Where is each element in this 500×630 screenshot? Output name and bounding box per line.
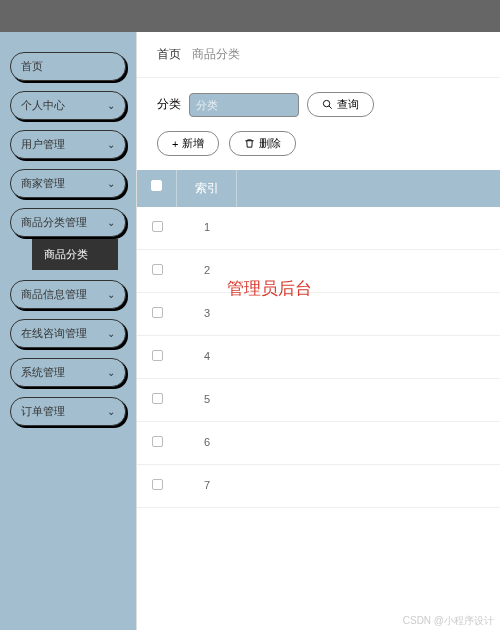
svg-line-1: [329, 106, 332, 109]
sidebar-item-label: 在线咨询管理: [21, 326, 87, 341]
sidebar-item-label: 订单管理: [21, 404, 65, 419]
header-index: 索引: [177, 170, 237, 207]
chevron-down-icon: ⌄: [107, 406, 115, 417]
plus-icon: +: [172, 138, 178, 150]
sidebar: 首页 个人中心 ⌄ 用户管理 ⌄ 商家管理 ⌄ 商品分类管理 ⌄ 商品分类 商品…: [0, 32, 136, 630]
row-index: 7: [177, 465, 237, 507]
table-row: 4: [137, 336, 500, 379]
sidebar-item-home[interactable]: 首页: [10, 52, 126, 81]
sidebar-item-label: 系统管理: [21, 365, 65, 380]
add-button[interactable]: + 新增: [157, 131, 219, 156]
row-index: 5: [177, 379, 237, 421]
search-button-label: 查询: [337, 97, 359, 112]
row-checkbox[interactable]: [152, 479, 163, 490]
filter-bar: 分类 查询: [137, 78, 500, 131]
sidebar-item-merchant[interactable]: 商家管理 ⌄: [10, 169, 126, 198]
row-index: 4: [177, 336, 237, 378]
breadcrumb: 首页 商品分类: [137, 32, 500, 78]
sidebar-item-label: 用户管理: [21, 137, 65, 152]
row-index: 1: [177, 207, 237, 249]
breadcrumb-home[interactable]: 首页: [157, 47, 181, 61]
row-index: 6: [177, 422, 237, 464]
breadcrumb-current: 商品分类: [192, 47, 240, 61]
top-bar: [0, 0, 500, 32]
sidebar-item-category-mgmt[interactable]: 商品分类管理 ⌄: [10, 208, 126, 237]
sidebar-item-orders[interactable]: 订单管理 ⌄: [10, 397, 126, 426]
chevron-down-icon: ⌄: [107, 178, 115, 189]
delete-button[interactable]: 删除: [229, 131, 296, 156]
chevron-down-icon: ⌄: [107, 328, 115, 339]
main-panel: 首页 商品分类 分类 查询 + 新增 删除 索引: [136, 32, 500, 630]
table-header: 索引: [137, 170, 500, 207]
row-checkbox[interactable]: [152, 350, 163, 361]
category-input[interactable]: [189, 93, 299, 117]
table-row: 1: [137, 207, 500, 250]
chevron-down-icon: ⌄: [107, 289, 115, 300]
sidebar-item-label: 商家管理: [21, 176, 65, 191]
row-checkbox[interactable]: [152, 264, 163, 275]
chevron-down-icon: ⌄: [107, 100, 115, 111]
chevron-down-icon: ⌄: [107, 367, 115, 378]
sidebar-item-consult[interactable]: 在线咨询管理 ⌄: [10, 319, 126, 348]
table-row: 5: [137, 379, 500, 422]
row-checkbox[interactable]: [152, 307, 163, 318]
header-checkbox-cell: [137, 170, 177, 207]
delete-button-label: 删除: [259, 136, 281, 151]
filter-label: 分类: [157, 96, 181, 113]
search-button[interactable]: 查询: [307, 92, 374, 117]
sidebar-item-system[interactable]: 系统管理 ⌄: [10, 358, 126, 387]
sidebar-item-personal[interactable]: 个人中心 ⌄: [10, 91, 126, 120]
row-checkbox[interactable]: [152, 221, 163, 232]
svg-point-0: [323, 100, 329, 106]
sidebar-item-label: 商品信息管理: [21, 287, 87, 302]
sidebar-item-label: 商品分类管理: [21, 215, 87, 230]
sidebar-item-label: 首页: [21, 59, 43, 74]
add-button-label: 新增: [182, 136, 204, 151]
trash-icon: [244, 138, 255, 149]
sidebar-item-product-info[interactable]: 商品信息管理 ⌄: [10, 280, 126, 309]
watermark: CSDN @小程序设计: [403, 614, 494, 628]
sidebar-item-users[interactable]: 用户管理 ⌄: [10, 130, 126, 159]
action-bar: + 新增 删除: [137, 131, 500, 170]
sidebar-item-label: 个人中心: [21, 98, 65, 113]
table-row: 2: [137, 250, 500, 293]
row-index: 3: [177, 293, 237, 335]
row-index: 2: [177, 250, 237, 292]
row-checkbox[interactable]: [152, 436, 163, 447]
row-checkbox[interactable]: [152, 393, 163, 404]
select-all-checkbox[interactable]: [151, 180, 162, 191]
table-row: 3: [137, 293, 500, 336]
sidebar-subitem-category[interactable]: 商品分类: [32, 239, 118, 270]
data-table: 索引 1 2 3 4 5 6 7: [137, 170, 500, 508]
table-row: 6: [137, 422, 500, 465]
table-row: 7: [137, 465, 500, 508]
chevron-down-icon: ⌄: [107, 217, 115, 228]
search-icon: [322, 99, 333, 110]
chevron-down-icon: ⌄: [107, 139, 115, 150]
